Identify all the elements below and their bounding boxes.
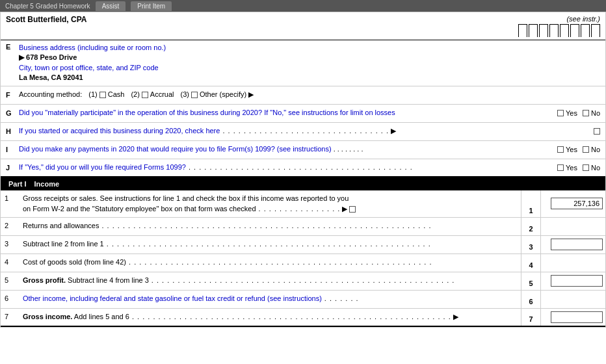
chapter-title: Chapter 5 Graded Homework	[5, 3, 90, 10]
row-G-right: Yes No	[557, 109, 600, 117]
tick-box-8	[591, 24, 600, 37]
row-I-yes: Yes	[557, 146, 577, 153]
checkbox-I-no[interactable]	[583, 146, 589, 153]
part-I-header: Part I Income	[1, 177, 605, 190]
row-H-right	[594, 128, 600, 135]
letter-J: J	[6, 164, 19, 172]
line-value-2	[540, 218, 605, 235]
letter-G: G	[6, 109, 19, 117]
line-code-1: 1	[521, 190, 540, 217]
line-6-blue: Other income, including federal and stat…	[23, 294, 322, 302]
line-value-1: 257,136	[540, 190, 605, 217]
checkbox-H[interactable]	[594, 128, 600, 135]
checkbox-line1[interactable]	[349, 206, 356, 213]
acct-accrual: (2) Accrual	[131, 90, 174, 99]
checkbox-other[interactable]	[191, 92, 198, 98]
row-G-content: Did you "materially participate" in the …	[19, 108, 557, 118]
line-num-1: 1	[1, 190, 20, 217]
income-row-6: 6 Other income, including federal and st…	[1, 291, 605, 309]
value-box-4	[551, 257, 603, 268]
checkbox-I-yes[interactable]	[557, 146, 564, 153]
tick-box-2	[529, 24, 538, 37]
line-desc-1: Gross receipts or sales. See instruction…	[20, 190, 521, 217]
income-row-1: 1 Gross receipts or sales. See instructi…	[1, 190, 605, 218]
line-num-3: 3	[1, 236, 20, 254]
row-J-dots: . . . . . . . . . . . . . . . . . . . . …	[186, 163, 413, 171]
letter-I: I	[6, 146, 19, 153]
checkbox-J-no[interactable]	[583, 164, 589, 171]
line-code-4: 4	[521, 254, 540, 272]
line-num-5: 5	[1, 272, 20, 290]
income-row-7: 7 Gross income. Add lines 5 and 6 . . . …	[1, 309, 605, 327]
row-H-content: If you started or acquired this business…	[19, 126, 594, 136]
tab-assist[interactable]: Assist	[96, 1, 126, 11]
row-H-text: If you started or acquired this business…	[19, 127, 220, 135]
checkbox-accrual[interactable]	[142, 92, 148, 98]
row-H-dots: . . . . . . . . . . . . . . . . . . . . …	[220, 127, 389, 135]
line-5-bold: Gross profit.	[23, 276, 66, 284]
line-num-2: 2	[1, 218, 20, 235]
line-value-3	[540, 236, 605, 254]
row-J-text: If "Yes," did you or will you file requi…	[19, 163, 186, 171]
checkbox-G-no[interactable]	[583, 110, 589, 116]
line-desc-4: Cost of goods sold (from line 42) . . . …	[20, 254, 521, 272]
taxpayer-name: Scott Butterfield, CPA	[6, 15, 470, 37]
value-box-1[interactable]: 257,136	[551, 198, 603, 209]
row-I-text: Did you make any payments in 2020 that w…	[19, 145, 332, 153]
form-container: Scott Butterfield, CPA (see instr.) E Bu…	[0, 12, 606, 328]
line-value-7	[540, 309, 605, 326]
line-desc-6: Other income, including federal and stat…	[20, 291, 521, 308]
income-row-4: 4 Cost of goods sold (from line 42) . . …	[1, 254, 605, 272]
row-G-text: Did you "materially participate" in the …	[19, 109, 395, 116]
letter-F: F	[6, 91, 19, 99]
row-I-no: No	[583, 146, 600, 153]
checkbox-J-yes[interactable]	[557, 164, 564, 171]
income-row-2: 2 Returns and allowances . . . . . . . .…	[1, 218, 605, 236]
row-I-right: Yes No	[557, 146, 600, 153]
tick-box-3	[539, 24, 548, 37]
line-code-5: 5	[521, 272, 540, 290]
tick-box-1	[518, 24, 527, 37]
line-desc-7: Gross income. Add lines 5 and 6 . . . . …	[20, 309, 521, 326]
income-row-5: 5 Gross profit. Subtract line 4 from lin…	[1, 272, 605, 291]
row-I: I Did you make any payments in 2020 that…	[1, 141, 605, 159]
letter-H: H	[6, 127, 19, 135]
tick-boxes	[470, 24, 600, 37]
tick-box-5	[560, 24, 569, 37]
row-G: G Did you "materially participate" in th…	[1, 105, 605, 123]
row-J-yes: Yes	[557, 164, 577, 172]
line-desc-5: Gross profit. Subtract line 4 from line …	[20, 272, 521, 290]
tick-box-6	[570, 24, 579, 37]
value-box-7[interactable]	[551, 311, 603, 323]
see-instr-label: (see instr.)	[470, 15, 600, 23]
row-F: F Accounting method: (1) Cash (2) Accrua…	[1, 86, 605, 105]
acct-cash: (1) Cash	[88, 90, 124, 99]
line-value-4	[540, 254, 605, 272]
value-box-5[interactable]	[551, 275, 603, 287]
accounting-method-row: Accounting method: (1) Cash (2) Accrual …	[19, 90, 600, 99]
value-box-6	[551, 293, 603, 305]
checkbox-G-yes[interactable]	[557, 110, 564, 116]
line-code-3: 3	[521, 236, 540, 254]
tab-print[interactable]: Print Item	[131, 1, 172, 11]
row-J-no: No	[583, 164, 600, 172]
line-value-6	[540, 291, 605, 308]
line-num-6: 6	[1, 291, 20, 308]
see-instructions: (see instr.)	[470, 15, 600, 37]
line-1-text1: Gross receipts or sales. See instruction…	[23, 193, 518, 204]
income-row-3: 3 Subtract line 2 from line 1 . . . . . …	[1, 236, 605, 254]
row-E-content: Business address (including suite or roo…	[19, 43, 600, 83]
checkbox-cash[interactable]	[99, 92, 106, 98]
arrow-H: ▶	[391, 127, 396, 135]
value-box-3[interactable]	[551, 239, 603, 250]
line-1-text2: on Form W-2 and the "Statutory employee"…	[23, 203, 518, 214]
row-E: E Business address (including suite or r…	[1, 40, 605, 86]
line-value-5	[540, 272, 605, 290]
letter-E: E	[6, 43, 19, 51]
line-desc-3: Subtract line 2 from line 1 . . . . . . …	[20, 236, 521, 254]
arrow-e: ▶	[19, 53, 26, 61]
line-num-7: 7	[1, 309, 20, 326]
row-E-address1: ▶ 678 Peso Drive	[19, 53, 600, 62]
line-code-2: 2	[521, 218, 540, 235]
row-I-dots: . . . . . . . .	[332, 145, 363, 153]
